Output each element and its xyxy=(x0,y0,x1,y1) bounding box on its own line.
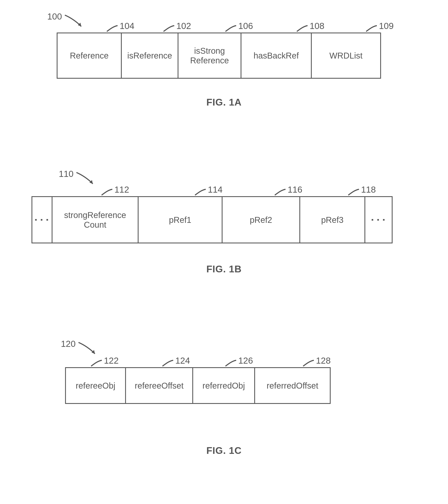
field-cell: pRef1 xyxy=(139,196,223,243)
annotation-number: 112 xyxy=(114,185,129,195)
figure-caption: FIG. 1B xyxy=(0,263,448,275)
field-cell: WRDList xyxy=(312,33,381,79)
field-cell: refereeObj xyxy=(65,367,126,404)
tick-icon xyxy=(101,188,113,197)
tick-icon xyxy=(225,25,237,33)
annotation-number: 104 xyxy=(120,21,134,31)
field-cell: isReference xyxy=(122,33,178,79)
arrow-icon xyxy=(64,14,87,31)
field-cell: strongReference Count xyxy=(53,196,139,243)
annotation-number: 128 xyxy=(316,356,331,366)
tick-icon xyxy=(162,360,174,368)
field-cell: refereeOffset xyxy=(126,367,193,404)
struct-row-c: refereeObj refereeOffset referredObj ref… xyxy=(65,367,331,404)
field-cell: Reference xyxy=(57,33,122,79)
figure-caption: FIG. 1C xyxy=(0,445,448,456)
struct-label-a: 100 xyxy=(47,12,62,22)
field-cell: pRef2 xyxy=(223,196,300,243)
annotation-number: 108 xyxy=(310,21,324,31)
tick-icon xyxy=(225,360,237,368)
tick-icon xyxy=(302,360,315,368)
field-cell: referredOffset xyxy=(255,367,331,404)
struct-label-b: 110 xyxy=(59,169,74,179)
tick-icon xyxy=(163,25,175,33)
annotation-number: 118 xyxy=(361,185,376,195)
annotation-number: 114 xyxy=(208,185,223,195)
struct-label-c: 120 xyxy=(61,339,75,349)
ellipsis-cell: ▪ ▪ ▪ xyxy=(365,196,392,243)
tick-icon xyxy=(274,188,287,197)
field-cell: referredObj xyxy=(193,367,255,404)
field-cell: pRef3 xyxy=(300,196,365,243)
annotation-number: 102 xyxy=(176,21,191,31)
tick-icon xyxy=(365,25,378,33)
tick-icon xyxy=(194,188,207,197)
annotation-number: 122 xyxy=(104,356,119,366)
struct-row-b: ▪ ▪ ▪ strongReference Count pRef1 pRef2 … xyxy=(32,196,392,243)
annotation-number: 116 xyxy=(288,185,302,195)
tick-icon xyxy=(296,25,309,33)
tick-icon xyxy=(106,25,119,33)
arrow-icon xyxy=(78,342,101,358)
field-cell: hasBackRef xyxy=(242,33,312,79)
annotation-number: 109 xyxy=(379,21,394,31)
annotation-number: 126 xyxy=(238,356,253,366)
struct-row-a: Reference isReference isStrong Reference… xyxy=(57,33,381,79)
arrow-icon xyxy=(75,172,99,188)
tick-icon xyxy=(347,188,360,197)
annotation-number: 124 xyxy=(175,356,190,366)
figure-caption: FIG. 1A xyxy=(0,96,448,108)
field-cell: isStrong Reference xyxy=(178,33,242,79)
ellipsis-cell: ▪ ▪ ▪ xyxy=(32,196,53,243)
annotation-number: 106 xyxy=(238,21,253,31)
tick-icon xyxy=(90,360,103,368)
